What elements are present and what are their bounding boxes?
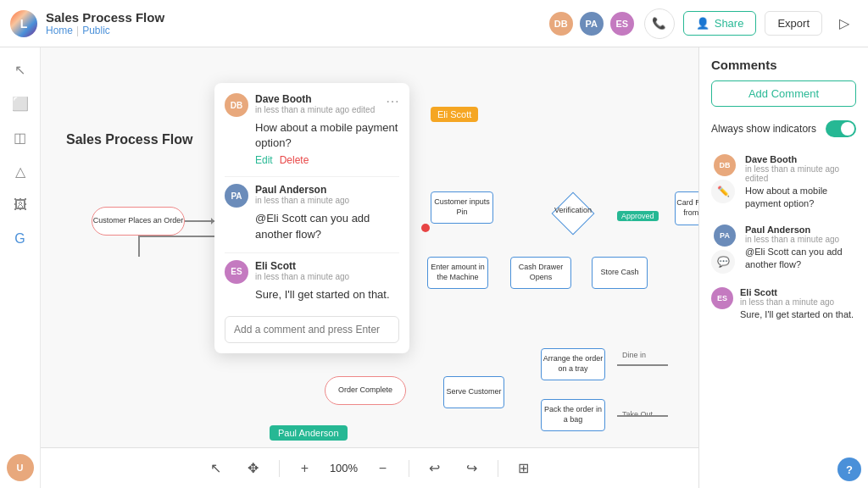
flow-diagram-title: Sales Process Flow [66,132,192,147]
avatar-dave: DB [548,10,575,37]
edit-comment-button[interactable]: Edit [255,154,273,166]
flow-line-dine [617,364,668,366]
popup-comment-3: ES Eli Scott in less than a minute ago S… [225,260,399,302]
panel-comment-3: ES Eli Scott in less than a minute ago S… [699,280,868,328]
avatar-eli: ES [609,10,636,37]
popup-comment-1-author: Dave Booth [255,93,379,105]
breadcrumb-home[interactable]: Home [46,25,73,36]
flow-node-arrange-order: Arrange the order on a tray [541,348,605,380]
phone-button[interactable]: 📞 [644,8,675,39]
comment-input[interactable] [225,316,399,343]
eli-scott-badge: Eli Scott [431,107,478,122]
export-button[interactable]: Export [765,11,822,36]
avatar-paul: PA [578,10,605,37]
sidebar: ↖ ⬜ ◫ △ 🖼 G U [0,47,41,488]
flow-node-pack-order: Pack the order in a bag [541,399,605,431]
popup-comment-3-meta: Eli Scott in less than a minute ago [255,260,399,281]
grid-button[interactable]: ⊞ [509,453,539,484]
panel-comment-1-avatar: DB [714,154,736,176]
popup-comment-2-avatar: PA [225,184,248,208]
sidebar-icon-g[interactable]: G [5,224,36,254]
flow-arrow-1 [185,220,214,222]
comments-panel-header: Comments Add Comment [699,47,868,114]
popup-comment-2-author: Paul Anderson [255,184,399,196]
select-tool-button[interactable]: ↖ [201,453,231,484]
sidebar-user-avatar: U [7,454,34,481]
move-tool-button[interactable]: ✥ [238,453,269,484]
panel-comment-1-text: How about a mobile payment option? [745,185,856,211]
popup-comment-3-time: in less than a minute ago [255,272,399,281]
comments-panel: Comments Add Comment Always show indicat… [698,47,868,488]
popup-comment-2-time: in less than a minute ago [255,196,399,205]
paul-anderson-badge: Paul Anderson [270,425,348,441]
breadcrumb-current: Public [82,25,110,36]
panel-comment-1-time: in less than a minute ago edited [745,164,856,183]
delete-comment-button[interactable]: Delete [280,154,309,166]
panel-comment-3-text: Sure, I'll get started on that. [740,308,856,321]
popup-comment-1-avatar: DB [225,93,248,117]
always-show-indicators: Always show indicators [699,114,868,144]
panel-comment-2-text: @Eli Scott can you add another flow? [745,246,856,272]
play-button[interactable]: ▷ [831,10,858,37]
sidebar-bottom: U [7,454,34,481]
panel-comment-3-time: in less than a minute ago [740,297,856,307]
flow-node-serve-customer: Serve Customer [443,376,504,408]
panel-comment-3-avatar: ES [711,287,733,309]
flow-node-verification-label: Verification [545,206,601,214]
panel-comment-2-content: Paul Anderson in less than a minute ago … [745,225,856,274]
toolbar-divider-1 [279,460,280,477]
share-button[interactable]: 👤 Share [683,11,757,36]
popup-comment-3-author: Eli Scott [255,260,399,272]
page-title: Sales Process Flow [46,10,539,25]
popup-comment-2-header: PA Paul Anderson in less than a minute a… [225,184,399,208]
add-comment-button[interactable]: Add Comment [711,80,856,107]
comment-divider-1 [225,176,399,177]
take-out-label: Take Out [622,410,653,419]
flow-node-customer-pin: Customer inputs Pin [431,191,493,224]
zoom-level: 100% [327,462,361,474]
flow-node-customer-order: Customer Places an Order [92,207,185,236]
sidebar-icon-shapes[interactable]: △ [5,156,36,186]
header-title-section: Sales Process Flow Home | Public [46,10,539,36]
panel-comment-2-icon: 💬 [711,250,735,274]
panel-comment-2-avatar: PA [714,225,736,247]
sidebar-icon-pages[interactable]: ⬜ [5,88,36,119]
redo-button[interactable]: ↪ [457,453,487,484]
comments-panel-list: DB ✏️ Dave Booth in less than a minute a… [699,144,868,488]
header: L Sales Process Flow Home | Public DB PA… [0,0,868,47]
toggle-knob [841,122,854,136]
zoom-in-button[interactable]: + [290,453,320,484]
popup-comment-1-text: How about a mobile payment option? [255,120,399,151]
comments-panel-title: Comments [711,58,856,72]
flow-node-store-cash: Store Cash [592,257,648,289]
popup-comment-1-header: DB Dave Booth in less than a minute ago … [225,93,399,117]
comment-indicator-1[interactable] [421,224,430,232]
popup-comment-3-header: ES Eli Scott in less than a minute ago [225,260,399,284]
always-show-toggle[interactable] [826,120,856,137]
always-show-label: Always show indicators [711,123,816,135]
panel-comment-1-icon: ✏️ [711,180,735,203]
popup-comment-1-actions: Edit Delete [255,154,399,166]
canvas-area[interactable]: Eli Scott Sales Process Flow Customer Pl… [41,47,698,488]
sidebar-icon-image[interactable]: 🖼 [5,190,36,220]
popup-comment-3-text: Sure, I'll get started on that. [255,287,399,302]
panel-comment-1: DB ✏️ Dave Booth in less than a minute a… [699,147,868,218]
sidebar-icon-cursor[interactable]: ↖ [5,54,36,85]
canvas-toolbar: ↖ ✥ + 100% − ↩ ↪ ⊞ [41,447,698,488]
popup-comment-1-meta: Dave Booth in less than a minute ago edi… [255,93,379,114]
panel-comment-3-content: Eli Scott in less than a minute ago Sure… [740,287,856,321]
panel-comment-2-time: in less than a minute ago [745,235,856,244]
flow-line-take [617,415,668,417]
popup-comment-2-text: @Eli Scott can you add another flow? [255,211,399,241]
panel-comment-1-content: Dave Booth in less than a minute ago edi… [745,154,856,211]
undo-button[interactable]: ↩ [420,453,450,484]
toolbar-divider-3 [498,460,498,477]
zoom-out-button[interactable]: − [368,453,398,484]
popup-comment-more-icon[interactable]: ⋯ [386,93,399,109]
app-logo: L [10,10,37,37]
popup-comment-1-time: in less than a minute ago edited [255,105,379,114]
help-button[interactable]: ? [837,458,861,481]
flow-arrow-3 [138,236,140,257]
sidebar-icon-layers[interactable]: ◫ [5,122,36,152]
dine-in-label: Dine in [622,351,646,359]
